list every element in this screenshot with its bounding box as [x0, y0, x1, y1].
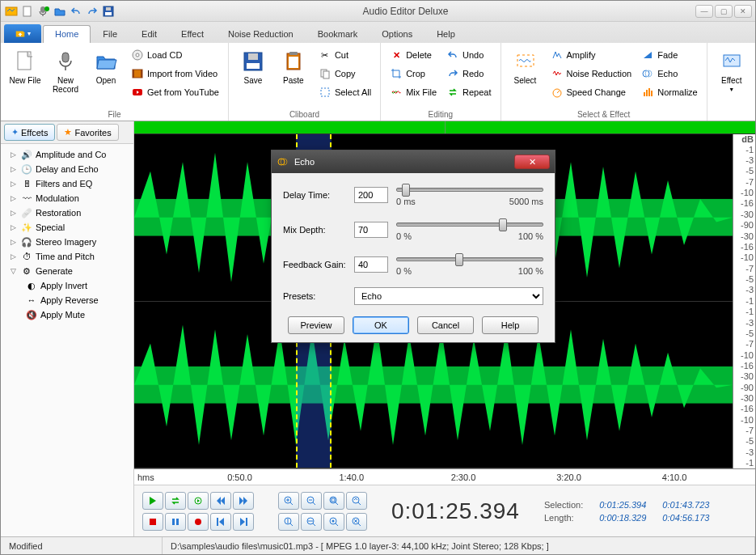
zoom-v-out-button[interactable]: [301, 513, 322, 531]
fade-button[interactable]: Fade: [637, 46, 702, 64]
pause-button[interactable]: [165, 513, 186, 531]
qat-undo-icon[interactable]: [69, 4, 83, 19]
svg-rect-41: [150, 519, 156, 525]
redo-button[interactable]: Redo: [442, 65, 495, 83]
new-file-button[interactable]: New File: [6, 44, 44, 89]
get-youtube-button[interactable]: Get from YouTube: [127, 83, 223, 101]
zoom-in-button[interactable]: [278, 492, 299, 510]
echo-button[interactable]: Echo: [637, 65, 702, 83]
tree-sub-item[interactable]: ↔Apply Reverse: [2, 293, 132, 307]
save-button[interactable]: Save: [234, 44, 272, 89]
minimize-button[interactable]: —: [695, 5, 713, 18]
normalize-button[interactable]: Normalize: [637, 83, 702, 101]
mix-depth-input[interactable]: [354, 222, 388, 238]
amplify-button[interactable]: Amplify: [547, 46, 636, 64]
echo-icon: [641, 67, 654, 80]
select-all-button[interactable]: Select All: [315, 83, 375, 101]
tab-edit[interactable]: Edit: [129, 25, 169, 43]
ok-button[interactable]: OK: [353, 316, 409, 334]
qat-redo-icon[interactable]: [85, 4, 99, 19]
tree-item[interactable]: ▷✨Special: [2, 220, 132, 235]
sidebar: ✦Effcets ★Favorites ▷🔊Amplitude and Co ▷…: [1, 121, 134, 536]
mix-depth-label: Mix Depth:: [283, 225, 348, 235]
effect-dropdown-button[interactable]: Effect▼: [712, 44, 751, 97]
select-button[interactable]: Select: [506, 44, 545, 89]
help-button[interactable]: Help: [482, 316, 538, 334]
tree-item[interactable]: ▷🕒Delay and Echo: [2, 162, 132, 176]
tab-options[interactable]: Options: [370, 25, 424, 43]
qat-record-icon[interactable]: [36, 4, 51, 19]
copy-button[interactable]: Copy: [315, 65, 375, 83]
load-cd-button[interactable]: Load CD: [127, 46, 223, 64]
tab-bookmark[interactable]: Bookmark: [306, 25, 370, 43]
speed-change-button[interactable]: Speed Change: [547, 83, 636, 101]
tree-item[interactable]: ▷🎚Filters and EQ: [2, 176, 132, 191]
noise-reduction-button[interactable]: Noise Reduction: [547, 65, 636, 83]
qat-open-icon[interactable]: [53, 4, 67, 19]
delete-button[interactable]: ✕Delete: [386, 46, 441, 64]
presets-select[interactable]: Echo: [354, 287, 543, 305]
paste-button[interactable]: Paste: [274, 44, 313, 89]
goto-end-button[interactable]: [233, 513, 254, 531]
new-record-button[interactable]: New Record: [46, 44, 85, 98]
time-ruler[interactable]: hms 0:50.0 1:40.0 2:30.0 3:20.0 4:10.0: [134, 468, 755, 485]
crop-button[interactable]: Crop: [386, 65, 441, 83]
close-button[interactable]: ✕: [734, 5, 752, 18]
play-selection-button[interactable]: [188, 492, 209, 510]
open-button[interactable]: Open: [87, 44, 125, 89]
zoom-v-in-button[interactable]: [278, 513, 299, 531]
zoom-sel-button[interactable]: [346, 492, 367, 510]
tree-item[interactable]: ▷〰Modulation: [2, 191, 132, 205]
svg-point-49: [330, 497, 336, 503]
stop-button[interactable]: [142, 513, 163, 531]
sidebar-tab-favorites[interactable]: ★Favorites: [57, 124, 118, 141]
mix-depth-slider[interactable]: [396, 218, 543, 231]
tab-help[interactable]: Help: [424, 25, 467, 43]
cut-button[interactable]: ✂Cut: [315, 46, 375, 64]
tree-sub-item[interactable]: ◐Apply Invert: [2, 278, 132, 293]
cancel-button[interactable]: Cancel: [417, 316, 474, 334]
feedback-gain-slider[interactable]: [396, 252, 543, 265]
forward-button[interactable]: [233, 492, 254, 510]
tree-item[interactable]: ▷⏱Time and Pitch: [2, 249, 132, 264]
dialog-titlebar[interactable]: Echo ✕: [272, 150, 555, 173]
app-menu-button[interactable]: ▾: [4, 24, 41, 43]
delay-time-input[interactable]: [354, 187, 388, 203]
svg-rect-13: [141, 70, 142, 78]
delay-time-slider[interactable]: [396, 183, 543, 196]
zoom-out-button[interactable]: [301, 492, 322, 510]
record-button[interactable]: [188, 513, 209, 531]
tab-file[interactable]: File: [91, 25, 129, 43]
tree-item[interactable]: ▷🩹Restoration: [2, 205, 132, 220]
tree-item[interactable]: ▷🔊Amplitude and Co: [2, 147, 132, 162]
selection-info: Selection:0:01:25.3940:01:43.723 Length:…: [544, 500, 710, 523]
preview-button[interactable]: Preview: [288, 316, 344, 334]
play-button[interactable]: [142, 492, 163, 510]
tab-home[interactable]: Home: [43, 25, 91, 43]
qat-new-icon[interactable]: [20, 4, 35, 19]
feedback-gain-input[interactable]: [354, 256, 388, 273]
rewind-button[interactable]: [210, 492, 231, 510]
tree-item[interactable]: ▽⚙Generate: [2, 264, 132, 278]
repeat-button[interactable]: Repeat: [442, 83, 495, 101]
tab-noise-reduction[interactable]: Noise Reduction: [216, 25, 306, 43]
svg-rect-2: [40, 6, 45, 13]
svg-rect-43: [176, 519, 179, 525]
goto-start-button[interactable]: [210, 513, 231, 531]
loop-button[interactable]: [165, 492, 186, 510]
zoom-fit-button[interactable]: [323, 492, 344, 510]
tree-sub-item[interactable]: 🔇Apply Mute: [2, 307, 132, 322]
overview-ruler[interactable]: [134, 121, 755, 134]
maximize-button[interactable]: ▢: [715, 5, 733, 18]
tab-effect[interactable]: Effect: [169, 25, 216, 43]
dialog-close-button[interactable]: ✕: [514, 155, 550, 169]
mix-file-button[interactable]: Mix File: [386, 83, 441, 101]
zoom-reset-button[interactable]: [323, 513, 344, 531]
qat-app-icon[interactable]: [4, 4, 19, 19]
undo-button[interactable]: Undo: [442, 46, 495, 64]
zoom-all-button[interactable]: [346, 513, 367, 531]
qat-save-icon[interactable]: [101, 4, 116, 19]
tree-item[interactable]: ▷🎧Stereo Imagery: [2, 235, 132, 249]
import-video-button[interactable]: Import from Video: [127, 65, 223, 83]
sidebar-tab-effects[interactable]: ✦Effcets: [4, 124, 55, 141]
